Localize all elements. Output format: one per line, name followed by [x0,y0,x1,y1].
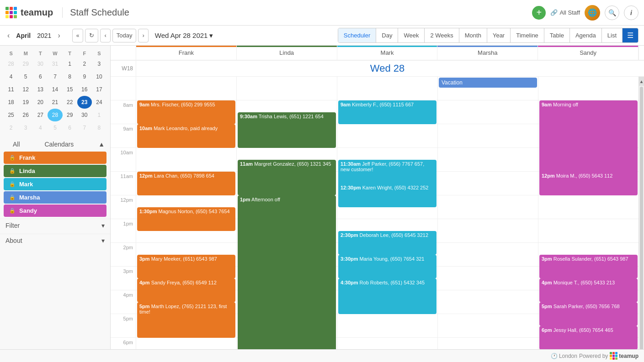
mini-cal-cell[interactable]: 16 [77,83,92,96]
event-linda[interactable]: 11am Margret Gonzalez, (650) 1321 345 [238,160,336,195]
event-sandy[interactable]: 5pm Sarah Parker, (650) 7656 768 [539,302,638,326]
event-mark[interactable]: 3:30pm Maria Young, (650) 7654 321 [338,255,436,278]
mini-cal-cell[interactable]: 3 [92,58,106,70]
event-frank[interactable]: 12pm Lara Chan, (650) 7898 654 [137,172,235,195]
date-display[interactable]: Wed Apr 28 2021 ▾ [151,31,217,40]
mini-cal-cell[interactable]: 8 [92,121,106,134]
scroll-up-button[interactable]: ▲ [639,77,644,86]
mini-cal-cell[interactable]: 26 [18,109,33,121]
mini-cal-cell[interactable]: 11 [4,83,18,96]
calendar-item-mark[interactable]: 🔒Mark [4,178,106,190]
mini-cal-cell[interactable]: 6 [33,70,48,83]
mini-cal-cell[interactable]: 8 [63,70,77,83]
tab-timeline[interactable]: Timeline [511,28,544,42]
next-month-button[interactable]: › [56,30,62,42]
calendar-item-sandy[interactable]: 🔒Sandy [4,205,106,217]
next-button[interactable]: › [138,29,148,42]
event-frank[interactable]: 4pm Sandy Freya, (650) 6549 112 [137,278,235,302]
mini-cal-cell[interactable]: 21 [48,96,62,109]
mini-cal-cell[interactable]: 18 [4,96,18,109]
mini-cal-cell[interactable]: 27 [33,109,48,121]
mini-cal-cell[interactable]: 12 [18,83,33,96]
today-button[interactable]: Today [112,29,137,42]
tab-2weeks[interactable]: 2 Weeks [425,28,459,42]
mini-cal-cell[interactable]: 7 [77,121,92,134]
calendar-item-linda[interactable]: 🔒Linda [4,165,106,177]
info-button[interactable]: i [624,5,639,20]
mini-cal-cell[interactable]: 15 [63,83,77,96]
event-sandy[interactable]: 9am Morning off [539,100,638,184]
tab-week[interactable]: Week [398,28,425,42]
all-label[interactable]: All [7,141,20,148]
mini-cal-cell[interactable]: 13 [33,83,48,96]
calendars-section-header[interactable]: All Calendars ▲ [0,138,110,151]
tab-list[interactable]: List [602,28,623,42]
hamburger-menu-button[interactable]: ☰ [623,28,638,42]
tab-agenda[interactable]: Agenda [570,28,602,42]
calendar-item-marsha[interactable]: 🔒Marsha [4,191,106,204]
filter-section-header[interactable]: Filter ▾ [0,219,110,232]
mini-cal-cell[interactable]: 29 [63,109,77,121]
time-grid-scroll[interactable]: 8am9am10am11am12pm1pm2pm3pm4pm5pm6pm 9am… [111,77,644,349]
scrollbar[interactable]: ▲ ▼ [639,77,644,349]
mini-cal-cell[interactable]: 2 [4,121,18,134]
add-event-button[interactable]: + [532,6,546,20]
mini-cal-cell[interactable]: 10 [92,70,106,83]
event-linda[interactable]: 1pm Afternoon off [238,195,336,349]
prev-month-button[interactable]: ‹ [5,30,11,42]
event-frank[interactable]: 1:30pm Magnus Norton, (650) 543 7654 [137,207,235,231]
mini-cal-cell[interactable]: 19 [18,96,33,109]
refresh-button[interactable]: ↻ [85,29,98,42]
mini-cal-cell[interactable]: 28 [4,58,18,70]
event-sandy[interactable]: 4pm Monique T., (650) 5433 213 [539,278,638,302]
mini-cal-cell[interactable]: 1 [63,58,77,70]
event-mark[interactable]: 9am Kimberly F., (650) 1115 667 [338,100,436,124]
mini-cal-cell[interactable]: 28 [48,109,62,121]
mini-cal-cell[interactable]: 1 [92,109,106,121]
mini-cal-cell[interactable]: 14 [48,83,62,96]
event-frank[interactable]: 10am Mark Leoandro, paid already [137,124,235,148]
user-avatar[interactable]: 🌐 [585,5,600,21]
mini-cal-cell[interactable]: 4 [4,70,18,83]
mini-cal-cell[interactable]: 6 [63,121,77,134]
event-sandy[interactable]: 6pm Jessy Hall, (650) 7654 465 [539,326,638,349]
event-sandy[interactable]: 3pm Rosella Sulander, (651) 6543 987 [539,255,638,278]
mini-cal-cell[interactable]: 7 [48,70,62,83]
event-frank[interactable]: 9am Mrs. Fischer, (650) 299 9555 [137,100,235,124]
mini-cal-cell[interactable]: 30 [77,109,92,121]
mini-cal-cell[interactable]: 9 [77,70,92,83]
search-button[interactable]: 🔍 [605,5,619,20]
mini-cal-cell[interactable]: 23 [77,96,92,109]
mini-cal-cell[interactable]: 2 [77,58,92,70]
mini-cal-cell[interactable]: 3 [18,121,33,134]
mini-cal-cell[interactable]: 5 [18,70,33,83]
mini-cal-cell[interactable]: 4 [33,121,48,134]
mini-cal-cell[interactable]: 29 [18,58,33,70]
mini-cal-cell[interactable]: 17 [92,83,106,96]
vacation-event[interactable]: Vacation [439,78,537,88]
event-frank[interactable]: 5pm Marth Lopez, (765) 2121 123, first t… [137,302,235,338]
event-mark[interactable]: 2:30pm Deborah Lee, (650) 6545 3212 [338,231,436,255]
mini-cal-cell[interactable]: 20 [33,96,48,109]
scroll-thumb[interactable] [640,87,643,349]
about-section-header[interactable]: About ▾ [0,234,110,247]
mini-cal-cell[interactable]: 5 [48,121,62,134]
event-sandy[interactable]: 12pm Moira M., (650) 5643 112 [539,172,638,195]
event-linda[interactable]: 9:30am Trisha Lewis, (651) 1221 654 [238,112,336,148]
tab-year[interactable]: Year [487,28,511,42]
mini-cal-cell[interactable]: 24 [92,96,106,109]
event-mark[interactable]: 12:30pm Karen Wright, (650) 4322 252 [338,184,436,207]
mini-cal-cell[interactable]: 31 [48,58,62,70]
tab-month[interactable]: Month [459,28,487,42]
double-prev-button[interactable]: « [72,29,84,42]
tab-table[interactable]: Table [544,28,570,42]
tab-scheduler[interactable]: Scheduler [338,28,377,42]
event-frank[interactable]: 3pm Mary Meeker, (651) 6543 987 [137,255,235,278]
mini-cal-cell[interactable]: 22 [63,96,77,109]
mini-cal-cell[interactable]: 25 [4,109,18,121]
calendar-item-frank[interactable]: 🔒Frank [4,152,106,164]
tab-day[interactable]: Day [376,28,398,42]
prev-button[interactable]: ‹ [100,29,110,42]
all-staff-link[interactable]: 🔗 All Staff [550,9,580,16]
mini-cal-cell[interactable]: 30 [33,58,48,70]
